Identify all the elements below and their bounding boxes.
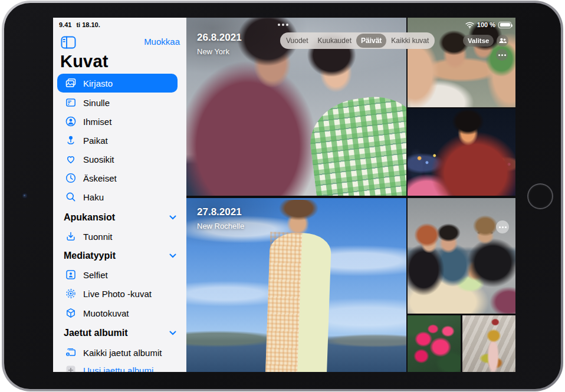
sidebar: Muokkaa Kuvat Kirjasto [53,18,186,372]
day1-label: 26.8.2021 New York [197,32,242,56]
photo-day2-still-life[interactable] [462,315,515,372]
sidebar-icon [61,35,76,50]
day1-date: 26.8.2021 [197,32,242,44]
status-time: 9.41 [59,21,71,28]
sidebar-item-label: Kirjasto [83,78,113,88]
photo-day2-roses[interactable] [408,315,461,372]
day1-location: New York [197,47,242,56]
status-date: ti 18.10. [76,21,100,28]
select-button[interactable]: Valitse [463,35,494,47]
cube-icon [64,307,78,319]
multitasking-indicator[interactable] [278,24,288,26]
portrait-head-shape [279,200,318,238]
photo-day2-group[interactable] [408,198,515,314]
section-header-apukansiot[interactable]: Apukansiot [64,209,176,226]
search-icon [64,190,78,203]
sidebar-item-sinulle[interactable]: Sinulle [57,93,178,112]
segment-years[interactable]: Vuodet [281,34,313,48]
chevron-down-icon[interactable] [169,215,176,220]
sidebar-item-label: Uusi jaettu albumi [83,365,153,373]
section-header-label: Mediatyypit [64,251,116,261]
battery-icon [498,22,511,28]
ipad-device-frame: 9.41 ti 18.10. 100 % 26.8.2021 New York [2,1,563,391]
gingham-dress-shape [306,91,406,196]
two-tone-dress-shape [265,232,332,372]
wifi-icon [465,22,474,28]
day2-date: 27.8.2021 [197,206,244,218]
sidebar-item-label: Muotokuvat [83,308,129,318]
sidebar-item-label: Suosikit [83,154,114,164]
sidebar-item-label: Sinulle [83,98,110,108]
home-button[interactable] [527,183,553,209]
more-icon [501,54,503,56]
map-pin-icon [64,134,78,147]
status-bar-left: 9.41 ti 18.10. [59,21,100,28]
plus-icon [64,364,78,372]
sidebar-item-kirjasto[interactable]: Kirjasto [57,74,178,93]
person-circle-icon [64,115,78,128]
segment-months[interactable]: Kuukaudet [313,34,356,48]
sidebar-item-ihmiset[interactable]: Ihmiset [57,112,178,131]
for-you-card-icon [64,96,78,109]
sidebar-item-askeiset[interactable]: Äskeiset [57,169,178,187]
screen: 9.41 ti 18.10. 100 % 26.8.2021 New York [53,18,515,372]
photo-day1-night-portrait[interactable] [408,108,515,196]
heart-icon [64,153,78,166]
battery-percent: 100 % [477,21,495,28]
more-icon [502,226,504,228]
live-photo-icon [64,287,78,300]
sidebar-item-label: Paikat [83,136,108,146]
day1-more-button[interactable] [496,49,508,61]
section-header-label: Apukansiot [64,212,115,223]
chevron-down-icon[interactable] [169,253,176,258]
sidebar-item-live-photo[interactable]: Live Photo -kuvat [57,284,178,303]
sidebar-item-label: Selfiet [83,270,108,280]
sidebar-item-haku[interactable]: Haku [57,187,178,206]
sidebar-item-label: Live Photo -kuvat [83,289,152,299]
view-segmented-control: Vuodet Kuukaudet Päivät Kaikki kuvat [280,32,435,49]
selfie-icon [64,268,78,281]
sidebar-item-selfiet[interactable]: Selfiet [57,265,178,284]
sidebar-item-label: Kaikki jaetut albumit [83,348,162,358]
sidebar-item-label: Ihmiset [83,117,111,127]
app-title: Kuvat [60,52,109,71]
chevron-down-icon[interactable] [169,331,176,335]
segment-days[interactable]: Päivät [356,34,386,48]
import-icon [64,230,78,243]
people-icon [498,37,507,44]
sidebar-item-tuonnit[interactable]: Tuonnit [57,227,178,246]
day2-more-button[interactable] [496,220,509,233]
sidebar-item-uusi-jaettu-albumi[interactable]: Uusi jaettu albumi [57,361,178,372]
photo-grid: 26.8.2021 New York 27.8.2021 New Rochell… [186,18,515,372]
sidebar-item-label: Tuonnit [83,232,112,242]
sidebar-item-paikat[interactable]: Paikat [57,131,178,150]
sidebar-toggle-button[interactable] [61,35,76,50]
sidebar-item-kaikki-jaetut-albumit[interactable]: Kaikki jaetut albumit [57,343,178,362]
day2-label: 27.8.2021 New Rochelle [197,206,244,230]
shared-album-icon [64,346,78,359]
sidebar-item-label: Haku [83,192,104,202]
photo-day1-hands[interactable] [408,18,515,107]
section-header-jaetut-albumit[interactable]: Jaetut albumit [64,325,176,341]
sidebar-item-label: Äskeiset [83,173,117,183]
sidebar-item-suosikit[interactable]: Suosikit [57,150,178,169]
people-share-button[interactable] [497,35,508,47]
photos-stack-icon [64,77,78,90]
status-bar-right: 100 % [465,21,511,28]
front-camera [22,193,28,199]
clock-icon [64,172,78,185]
section-header-mediatyypit[interactable]: Mediatyypit [64,248,176,264]
sidebar-item-muotokuvat[interactable]: Muotokuvat [57,304,178,322]
edit-button[interactable]: Muokkaa [144,37,180,47]
segment-all-photos[interactable]: Kaikki kuvat [386,34,433,48]
photo-day2-main[interactable]: 27.8.2021 New Rochelle [186,198,406,372]
section-header-label: Jaetut albumit [64,328,127,338]
day2-location: New Rochelle [197,222,244,230]
